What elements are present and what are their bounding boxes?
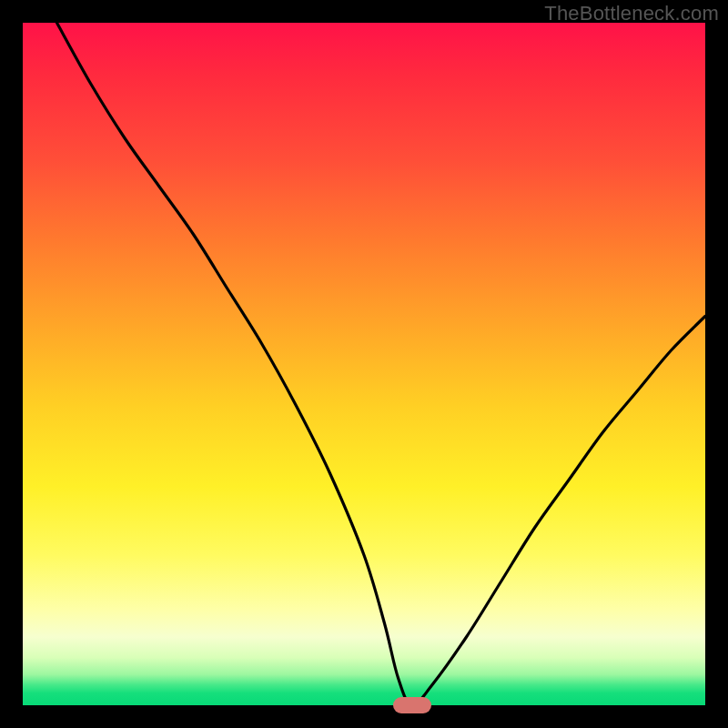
minimum-marker: [393, 697, 431, 713]
bottleneck-curve: [57, 23, 706, 705]
watermark-text: TheBottleneck.com: [544, 2, 719, 25]
curve-svg: [23, 23, 705, 705]
plot-area: [23, 23, 705, 705]
chart-frame: TheBottleneck.com: [0, 0, 728, 728]
